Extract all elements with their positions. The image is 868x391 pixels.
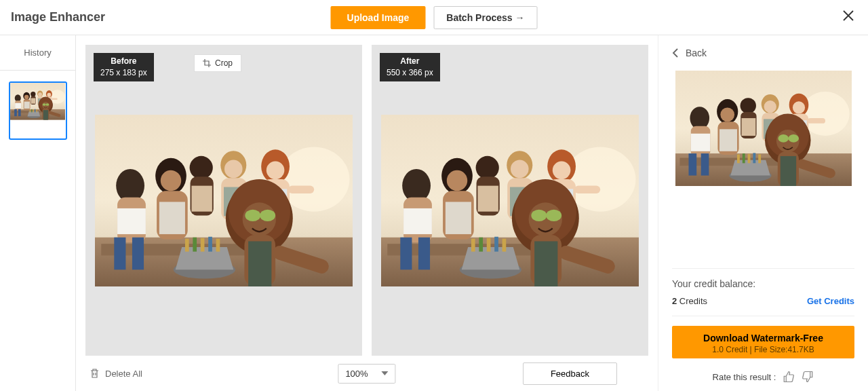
- header-buttons: Upload Image Batch Process →: [331, 6, 538, 29]
- crop-label: Crop: [215, 58, 233, 68]
- before-badge: Before 275 x 183 px: [94, 53, 154, 81]
- main-footer: Delete All 100% Feedback: [76, 356, 658, 391]
- chevron-left-icon: [672, 48, 679, 58]
- credit-block: Your credit balance: 2 Credits Get Credi…: [672, 261, 854, 383]
- divider: [672, 268, 854, 269]
- zoom-select[interactable]: 100%: [338, 364, 395, 384]
- sidebar: History: [0, 35, 76, 391]
- rate-row: Rate this result :: [672, 371, 854, 383]
- rate-label: Rate this result :: [713, 372, 776, 382]
- before-dimensions: 275 x 183 px: [100, 67, 147, 79]
- zoom-value: 100%: [345, 369, 368, 379]
- upload-image-button[interactable]: Upload Image: [331, 6, 426, 29]
- header: Image Enhancer Upload Image Batch Proces…: [0, 0, 868, 35]
- batch-process-button[interactable]: Batch Process →: [433, 6, 537, 29]
- back-label: Back: [686, 48, 707, 58]
- history-tab[interactable]: History: [0, 35, 75, 71]
- trash-icon: [90, 368, 100, 379]
- app-title: Image Enhancer: [11, 10, 105, 24]
- crop-button[interactable]: Crop: [194, 54, 241, 72]
- chevron-down-icon: [382, 371, 389, 375]
- history-thumbnail[interactable]: [9, 81, 67, 140]
- close-icon[interactable]: [842, 10, 854, 25]
- before-label: Before: [100, 56, 147, 67]
- right-panel: Back Your credit balance: 2 Credits Get …: [658, 35, 868, 391]
- delete-all-label: Delete All: [105, 369, 142, 379]
- download-button[interactable]: Download Watermark-Free 1.0 Credit | Fil…: [672, 326, 854, 358]
- credit-row: 2 Credits Get Credits: [672, 296, 854, 306]
- thumbs-down-icon[interactable]: [802, 371, 814, 383]
- after-label: After: [387, 56, 433, 67]
- after-badge: After 550 x 366 px: [380, 53, 440, 81]
- compare-row: Before 275 x 183 px Crop After 550 x 366…: [76, 35, 658, 356]
- main-area: Before 275 x 183 px Crop After 550 x 366…: [76, 35, 658, 391]
- before-image: [95, 115, 353, 286]
- delete-all-button[interactable]: Delete All: [90, 368, 142, 379]
- after-panel: After 550 x 366 px: [372, 45, 648, 356]
- feedback-button[interactable]: Feedback: [523, 362, 617, 385]
- body: History Before 275 x 183 px Crop: [0, 35, 868, 391]
- credit-balance-label: Your credit balance:: [672, 278, 854, 289]
- before-panel: Before 275 x 183 px Crop: [85, 45, 362, 356]
- get-credits-link[interactable]: Get Credits: [807, 296, 854, 306]
- result-preview: [675, 71, 852, 186]
- after-dimensions: 550 x 366 px: [387, 67, 433, 79]
- crop-icon: [203, 59, 211, 67]
- credit-amount: 2 Credits: [672, 296, 707, 306]
- after-image: [381, 115, 639, 286]
- download-sublabel: 1.0 Credit | File Size:41.7KB: [672, 345, 854, 354]
- download-label: Download Watermark-Free: [672, 333, 854, 343]
- divider: [672, 316, 854, 316]
- back-button[interactable]: Back: [672, 48, 854, 58]
- thumbs-up-icon[interactable]: [783, 371, 795, 383]
